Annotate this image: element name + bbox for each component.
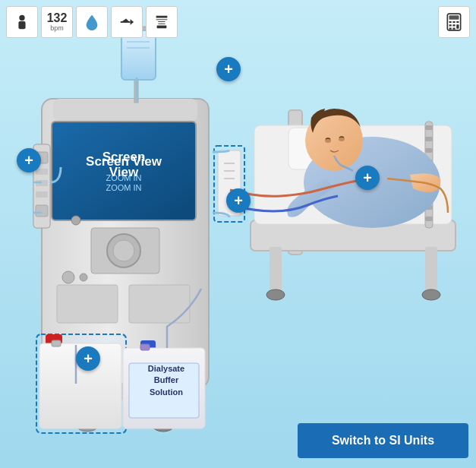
svg-rect-13 <box>456 21 459 23</box>
svg-rect-74 <box>425 182 433 187</box>
toolbar: 132 bpm <box>6 6 178 38</box>
svg-rect-11 <box>449 21 452 23</box>
machine-screen[interactable]: Screen View ZOOM IN <box>52 122 196 220</box>
svg-rect-38 <box>134 27 138 103</box>
svg-rect-15 <box>452 24 455 26</box>
svg-rect-72 <box>425 160 433 164</box>
svg-point-26 <box>107 234 140 267</box>
svg-rect-65 <box>251 220 456 251</box>
fluid-drop-item[interactable] <box>76 6 108 38</box>
svg-rect-4 <box>156 16 168 18</box>
svg-rect-17 <box>449 28 452 30</box>
heart-rate-label: bpm <box>50 24 64 32</box>
svg-rect-67 <box>288 128 349 169</box>
svg-point-37 <box>153 419 174 432</box>
svg-rect-77 <box>425 217 433 221</box>
svg-rect-21 <box>53 99 197 122</box>
patient-icon-item[interactable] <box>6 6 38 38</box>
svg-rect-70 <box>425 137 433 141</box>
svg-point-84 <box>325 138 331 143</box>
filter-icon <box>153 14 170 30</box>
svg-rect-50 <box>36 205 48 217</box>
svg-rect-78 <box>270 247 282 292</box>
svg-rect-7 <box>158 24 165 24</box>
plus-bottom-button[interactable]: + <box>76 346 100 371</box>
svg-rect-49 <box>36 191 48 198</box>
svg-rect-28 <box>57 285 118 323</box>
svg-point-83 <box>305 110 363 171</box>
svg-rect-71 <box>425 148 433 153</box>
patient-icon <box>14 14 30 30</box>
plus-mid-button[interactable]: + <box>226 188 251 213</box>
svg-rect-1 <box>18 21 25 29</box>
svg-point-0 <box>19 15 24 21</box>
svg-rect-47 <box>36 169 48 175</box>
flow-arrow-item[interactable] <box>111 6 143 38</box>
svg-marker-3 <box>131 19 134 24</box>
svg-point-27 <box>113 240 134 261</box>
plus-patient-button[interactable]: + <box>355 166 380 190</box>
svg-rect-10 <box>449 15 459 19</box>
svg-point-80 <box>266 289 285 300</box>
svg-rect-5 <box>156 19 168 20</box>
svg-rect-14 <box>449 24 452 26</box>
svg-rect-8 <box>157 26 167 29</box>
svg-rect-75 <box>425 194 433 198</box>
svg-rect-79 <box>425 247 437 292</box>
svg-rect-18 <box>452 28 455 30</box>
svg-rect-6 <box>158 21 165 22</box>
plus-left-button[interactable]: + <box>17 148 41 172</box>
drop-icon <box>84 14 100 30</box>
svg-rect-76 <box>425 205 433 210</box>
svg-rect-68 <box>425 122 433 228</box>
calculator-icon <box>444 12 464 32</box>
plus-iv-button[interactable]: + <box>216 57 241 81</box>
svg-rect-12 <box>452 21 455 23</box>
svg-point-36 <box>77 419 98 432</box>
svg-rect-29 <box>129 285 190 323</box>
heart-rate-value: 132 <box>47 12 68 24</box>
svg-rect-34 <box>76 395 99 425</box>
svg-rect-57 <box>46 334 62 345</box>
svg-rect-73 <box>425 171 433 176</box>
screen-title: Screen View <box>88 150 160 180</box>
arrow-icon <box>118 14 135 30</box>
svg-rect-64 <box>288 110 302 255</box>
si-units-button[interactable]: Switch to SI Units <box>298 423 468 458</box>
svg-rect-25 <box>91 228 159 274</box>
svg-point-85 <box>339 137 345 141</box>
svg-rect-62 <box>140 344 150 350</box>
svg-rect-59 <box>52 340 61 346</box>
container-right-label: Dialysate Buffer Solution <box>133 363 198 403</box>
filter-item[interactable] <box>146 6 178 38</box>
svg-rect-2 <box>121 21 131 23</box>
svg-point-31 <box>62 271 74 283</box>
heart-rate-item[interactable]: 132 bpm <box>41 6 73 38</box>
svg-rect-69 <box>425 125 433 130</box>
screen-subtitle: ZOOM IN <box>88 183 160 192</box>
svg-rect-48 <box>36 180 48 186</box>
svg-rect-60 <box>140 340 156 349</box>
svg-point-81 <box>422 289 440 300</box>
svg-point-32 <box>80 274 87 281</box>
svg-rect-66 <box>254 125 452 224</box>
svg-rect-16 <box>456 24 459 28</box>
calculator-button[interactable] <box>438 6 470 38</box>
